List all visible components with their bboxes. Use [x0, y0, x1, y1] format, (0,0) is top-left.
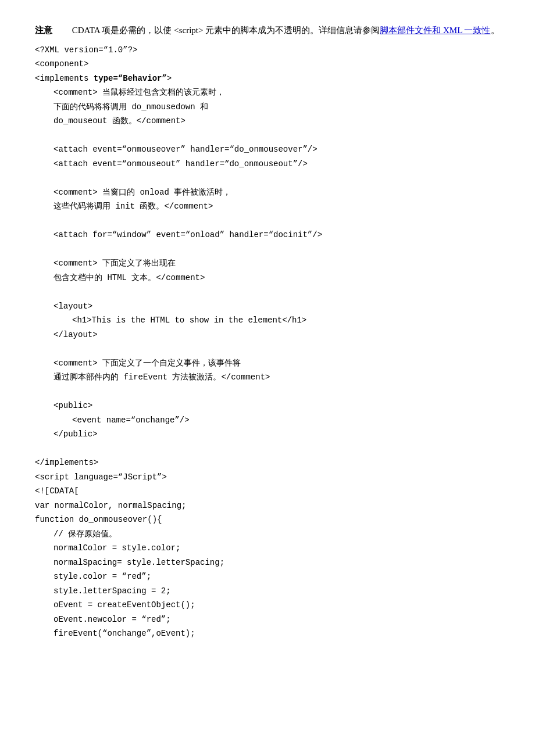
code-line: style.letterSpacing = 2; [35, 584, 500, 599]
code-line: <public> [35, 399, 500, 413]
code-line: <?XML version=“1.0”?> [35, 43, 500, 58]
code-line: oEvent = createEventObject(); [35, 598, 500, 612]
code-line: <comment> 下面定义了将出现在 [35, 256, 500, 271]
code-line: <![CDATA[ [35, 484, 500, 499]
code-line: </public> [35, 427, 500, 442]
code-line: 这些代码将调用 init 函数。</comment> [35, 199, 500, 214]
code-line: <comment> 下面定义了一个自定义事件，该事件将 [35, 356, 500, 371]
code-line: function do_onmouseover(){ [35, 513, 500, 527]
code-line: do_mouseout 函数。</comment> [35, 114, 500, 128]
code-line: <h1>This is the HTML to show in the elem… [35, 313, 500, 328]
code-line: </layout> [35, 328, 500, 342]
code-block: <?XML version=“1.0”?> <component> <imple… [35, 43, 500, 641]
note-label: 注意 [35, 26, 52, 35]
code-line: <event name=“onchange”/> [35, 413, 500, 428]
note-text2: 。 [491, 26, 500, 35]
code-line: oEvent.newcolor = “red”; [35, 612, 500, 627]
note-paragraph: 注意 CDATA 项是必需的，以使 <script> 元素中的脚本成为不透明的。… [35, 23, 500, 38]
code-line: var normalColor, normalSpacing; [35, 499, 500, 513]
code-line: // 保存原始值。 [35, 527, 500, 542]
code-line: normalColor = style.color; [35, 541, 500, 556]
code-line: <comment> 当鼠标经过包含文档的该元素时， [35, 85, 500, 100]
note-text1: CDATA 项是必需的，以使 <script> 元素中的脚本成为不透明的。详细信… [55, 26, 380, 35]
code-line: normalSpacing= style.letterSpacing; [35, 556, 500, 570]
code-line: <implements type=“Behavior”> [35, 71, 500, 86]
note-link[interactable]: 脚本部件文件和 XML 一致性 [380, 26, 490, 35]
code-line: </implements> [35, 456, 500, 470]
code-line: fireEvent(“onchange”,oEvent); [35, 626, 500, 641]
code-line: <attach for=“window” event=“onload” hand… [35, 228, 500, 242]
main-content: 注意 CDATA 项是必需的，以使 <script> 元素中的脚本成为不透明的。… [35, 23, 500, 641]
code-line: 包含文档中的 HTML 文本。</comment> [35, 271, 500, 285]
code-line: 下面的代码将将调用 do_nmousedown 和 [35, 100, 500, 114]
code-line: 通过脚本部件内的 fireEvent 方法被激活。</comment> [35, 370, 500, 385]
code-line: <layout> [35, 299, 500, 314]
code-line: style.color = “red”; [35, 569, 500, 584]
code-line: <script language=“JScript”> [35, 470, 500, 485]
code-line: <component> [35, 57, 500, 71]
code-line: <attach event=“onmouseover” handler=“do_… [35, 142, 500, 157]
code-line: <comment> 当窗口的 onload 事件被激活时， [35, 185, 500, 200]
code-line: <attach event=“onmouseout” handler=“do_o… [35, 157, 500, 171]
